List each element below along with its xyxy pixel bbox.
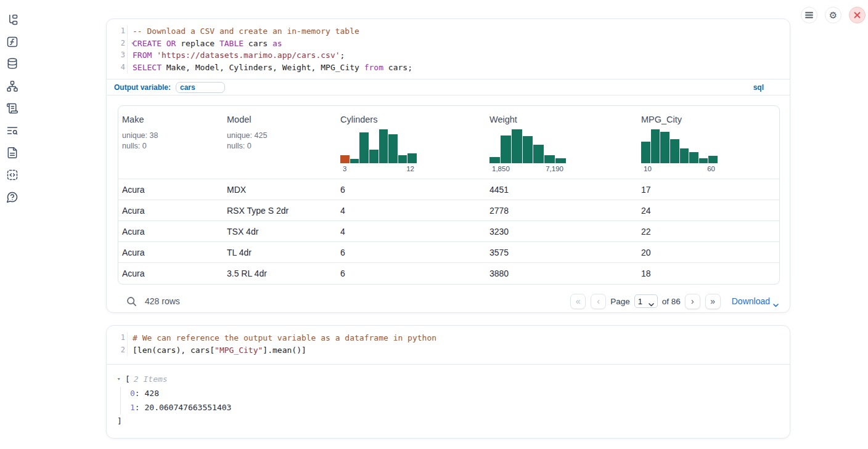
next-page-button[interactable]: › bbox=[685, 294, 700, 309]
histogram-bar bbox=[533, 145, 544, 163]
python-code-editor[interactable]: 1# We can reference the output variable … bbox=[107, 326, 790, 365]
code-text: FROM 'https://datasets.marimo.app/cars.c… bbox=[128, 49, 345, 62]
entry-value: : 20.060747663551403 bbox=[135, 403, 232, 412]
table-cell: 22 bbox=[637, 227, 779, 237]
histogram-bar bbox=[407, 153, 417, 163]
list-close-bracket: ] bbox=[117, 415, 790, 427]
dependency-graph-icon[interactable] bbox=[6, 80, 18, 92]
code-token: FROM bbox=[133, 51, 152, 60]
table-cell: 2778 bbox=[486, 206, 637, 216]
column-stats: unique: 38nulls: 0 bbox=[122, 131, 218, 151]
code-line: 1-- Download a CSV and create an in-memo… bbox=[107, 25, 790, 38]
histogram-bar bbox=[689, 152, 698, 164]
column-title: Make bbox=[122, 115, 218, 124]
output-variable-input[interactable] bbox=[176, 82, 225, 93]
entry-value: : 428 bbox=[135, 389, 159, 398]
logs-search-icon[interactable] bbox=[6, 124, 18, 137]
table-header-cell[interactable]: Makeunique: 38nulls: 0 bbox=[118, 106, 223, 179]
sidebar bbox=[0, 0, 27, 449]
help-chat-icon[interactable] bbox=[6, 191, 18, 203]
column-stat-line: unique: 425 bbox=[227, 131, 332, 141]
code-text: CREATE OR replace TABLE cars as bbox=[128, 38, 282, 50]
code-snippet-icon[interactable] bbox=[6, 169, 18, 181]
table-row: AcuraTL 4dr6357520 bbox=[118, 242, 779, 263]
histogram-bar bbox=[699, 158, 708, 164]
line-number: 3 bbox=[107, 49, 128, 62]
output-variable-label: Output variable: bbox=[114, 83, 171, 92]
sql-code-editor[interactable]: 1-- Download a CSV and create an in-memo… bbox=[107, 19, 790, 79]
table-cell: MDX bbox=[223, 185, 337, 195]
table-cell: 3.5 RL 4dr bbox=[223, 269, 337, 278]
histogram-min-label: 3 bbox=[343, 165, 346, 172]
line-number: 1 bbox=[107, 25, 128, 38]
table-cell: 4 bbox=[337, 227, 486, 237]
last-page-button[interactable]: » bbox=[705, 294, 721, 309]
table-cell: Acura bbox=[118, 269, 223, 278]
row-count: 428 rows bbox=[145, 296, 180, 306]
column-stat-line: nulls: 0 bbox=[227, 141, 332, 152]
code-token: # We can reference the output variable a… bbox=[133, 333, 436, 342]
first-page-button[interactable]: « bbox=[570, 294, 586, 309]
table-cell: 3575 bbox=[486, 248, 637, 257]
table-header-cell[interactable]: Weight1,8507,190 bbox=[486, 106, 637, 179]
code-line: 1# We can reference the output variable … bbox=[107, 332, 790, 344]
search-icon[interactable] bbox=[126, 296, 137, 307]
table-cell: Acura bbox=[118, 227, 223, 237]
table-cell: 6 bbox=[337, 185, 486, 195]
code-token: SELECT bbox=[133, 63, 162, 72]
language-badge: sql bbox=[753, 83, 764, 92]
line-number: 4 bbox=[107, 62, 128, 74]
column-title: Weight bbox=[489, 115, 633, 124]
page-select[interactable]: 1 bbox=[634, 294, 658, 308]
data-table: Makeunique: 38nulls: 0Modelunique: 425nu… bbox=[118, 105, 780, 285]
line-number: 2 bbox=[107, 344, 128, 357]
scroll-script-icon[interactable] bbox=[6, 102, 18, 115]
histogram-bar bbox=[512, 129, 522, 163]
histogram-bar bbox=[708, 156, 718, 164]
histogram-bar bbox=[670, 139, 679, 164]
histogram-bar bbox=[359, 132, 369, 164]
code-line: 4SELECT Make, Model, Cylinders, Weight, … bbox=[107, 62, 790, 74]
histogram-bar bbox=[660, 132, 669, 164]
code-token: "MPG_City" bbox=[215, 346, 263, 355]
histogram-bar bbox=[388, 134, 398, 164]
close-icon[interactable] bbox=[849, 7, 866, 23]
document-icon[interactable] bbox=[6, 147, 18, 159]
code-token: OR bbox=[166, 39, 176, 48]
column-title: Model bbox=[227, 115, 332, 124]
table-cell: 24 bbox=[637, 206, 779, 216]
table-header-cell[interactable]: Modelunique: 425nulls: 0 bbox=[223, 106, 337, 179]
collapse-chevron-icon[interactable]: ▾ bbox=[117, 376, 125, 382]
settings-gear-icon[interactable]: ⚙ bbox=[825, 7, 841, 23]
table-header-cell[interactable]: MPG_City1060 bbox=[637, 106, 779, 179]
prev-page-button[interactable]: ‹ bbox=[591, 294, 606, 309]
file-tree-icon[interactable] bbox=[6, 14, 18, 26]
download-label: Download bbox=[732, 296, 770, 306]
code-token: TABLE bbox=[219, 39, 244, 48]
table-cell: 3880 bbox=[486, 269, 637, 278]
table-header-cell[interactable]: Cylinders312 bbox=[337, 106, 486, 179]
table-cell: Acura bbox=[118, 206, 223, 216]
table-row: AcuraMDX6445117 bbox=[118, 179, 779, 200]
histogram bbox=[641, 129, 718, 163]
histogram-axis-labels: 312 bbox=[340, 165, 417, 172]
histogram-max-label: 60 bbox=[707, 165, 715, 172]
column-stat-line: nulls: 0 bbox=[122, 141, 218, 152]
table-cell: 18 bbox=[637, 269, 779, 278]
code-token: as bbox=[272, 39, 282, 48]
database-icon[interactable] bbox=[6, 57, 18, 70]
list-items-count: 2 Items bbox=[134, 374, 168, 384]
python-cell-output: ▾[2 Items 0: 4281: 20.060747663551403 ] bbox=[107, 365, 790, 427]
code-text: # We can reference the output variable a… bbox=[128, 332, 436, 344]
menu-icon[interactable] bbox=[801, 7, 817, 23]
table-cell: TL 4dr bbox=[223, 248, 337, 257]
code-token: [len(cars), cars[ bbox=[133, 346, 215, 355]
table-cell: 4 bbox=[337, 206, 486, 216]
fold-chevron-icon[interactable]: ▾ bbox=[131, 38, 134, 50]
table-footer: 428 rows « ‹ Page 1 of 86 › » Download bbox=[118, 291, 779, 312]
column-stat-line: unique: 38 bbox=[122, 131, 218, 141]
table-cell: 6 bbox=[337, 248, 486, 257]
download-button[interactable]: Download bbox=[732, 296, 779, 306]
code-token: replace bbox=[176, 39, 219, 48]
function-icon[interactable] bbox=[6, 36, 18, 48]
